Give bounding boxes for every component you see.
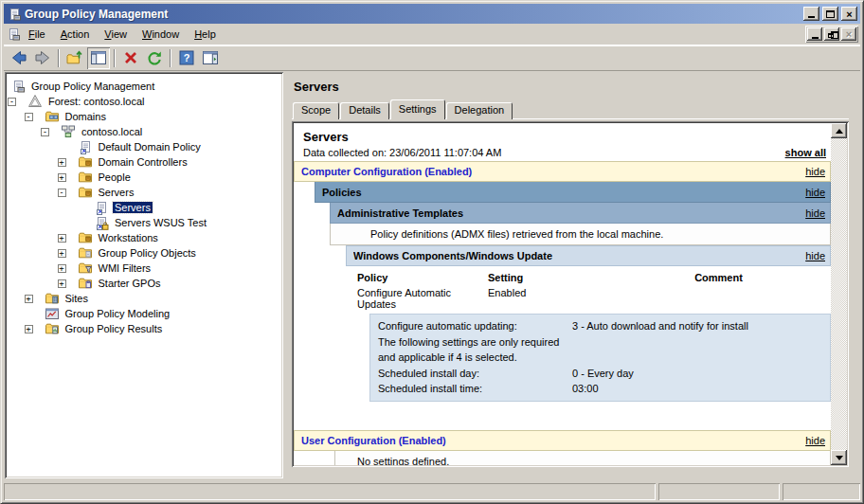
console-tree-toggle-button[interactable] <box>87 47 110 69</box>
tree-expander[interactable]: - <box>41 128 49 136</box>
setting-detail-row: The following settings are only required <box>370 334 830 351</box>
tree-expander[interactable]: + <box>58 264 66 273</box>
tree-item-contoso-local[interactable]: contoso.local <box>80 126 144 137</box>
tree-item-servers[interactable]: Servers <box>113 202 153 213</box>
tree-row: +Group Policy Results <box>5 321 283 336</box>
menu-file[interactable]: File <box>21 26 53 43</box>
tree-expander[interactable]: + <box>58 173 66 182</box>
tree-item-group-policy-objects[interactable]: Group Policy Objects <box>97 247 198 259</box>
tree-row: +Sites <box>5 291 283 306</box>
computer-configuration-hide-link[interactable]: hide <box>805 166 825 177</box>
setting-detail-label: The following settings are only required <box>378 336 572 348</box>
tab-delegation[interactable]: Delegation <box>446 102 513 119</box>
windows-update-hide-link[interactable]: hide <box>805 250 825 261</box>
tree-row: +People <box>5 170 283 185</box>
refresh-button[interactable] <box>143 47 166 69</box>
tree-expander[interactable]: + <box>58 234 66 243</box>
help-button[interactable]: ? <box>175 47 198 69</box>
admx-note-row: Policy definitions (ADMX files) retrieve… <box>330 224 831 245</box>
starter-gpos-icon <box>78 276 93 291</box>
tree-item-domains[interactable]: Domains <box>63 111 108 122</box>
menu-window[interactable]: Window <box>135 26 187 43</box>
data-collected-text: Data collected on: 23/06/2011 11:07:04 A… <box>303 147 785 158</box>
computer-configuration-title: Computer Configuration (Enabled) <box>301 166 805 177</box>
setting-detail-row: Configure automatic updating:3 - Auto do… <box>370 318 830 334</box>
tree-row: +WMI Filters <box>5 261 283 276</box>
delete-icon <box>121 48 140 67</box>
tree-expander[interactable]: + <box>58 249 66 258</box>
menu-items: FileActionViewWindowHelp <box>21 26 805 43</box>
child-minimize-button[interactable] <box>807 27 822 41</box>
tab-settings[interactable]: Settings <box>390 99 445 119</box>
tree-row: Group Policy Modeling <box>5 306 283 321</box>
gpo-link-icon <box>94 200 109 215</box>
tree-expander[interactable]: - <box>8 98 16 106</box>
user-configuration-section-bar: User Configuration (Enabled) hide <box>294 430 831 451</box>
menu-view[interactable]: View <box>97 26 135 43</box>
action-pane-toggle-button[interactable] <box>199 47 222 69</box>
tree-expander[interactable]: + <box>58 158 66 167</box>
tree-item-servers[interactable]: Servers <box>97 187 136 198</box>
tree-item-group-policy-results[interactable]: Group Policy Results <box>63 323 165 334</box>
child-restore-button[interactable] <box>824 27 839 41</box>
tree-item-servers-wsus-test[interactable]: Servers WSUS Test <box>113 217 208 228</box>
ou-folder-icon <box>78 230 93 245</box>
report-scrollbar[interactable] <box>831 123 847 465</box>
tree-item-people[interactable]: People <box>97 171 133 183</box>
tree-expander[interactable]: - <box>58 189 66 197</box>
console-tree-icon <box>89 48 108 67</box>
tree-item-forest-contoso-local[interactable]: Forest: contoso.local <box>46 96 147 107</box>
scroll-up-button[interactable] <box>831 123 847 138</box>
svg-text:?: ? <box>184 52 190 63</box>
setting-detail-label: Scheduled install day: <box>378 368 572 379</box>
setting-detail-label: and applicable if 4 is selected. <box>378 351 572 363</box>
tab-strip: Scope Details Settings Delegation <box>292 99 849 119</box>
tree-expander[interactable]: + <box>25 325 33 333</box>
back-button[interactable] <box>8 47 30 69</box>
tree-item-workstations[interactable]: Workstations <box>97 232 160 243</box>
windows-update-section-bar: Windows Components/Windows Update hide <box>346 245 831 266</box>
policy-table-row: Configure Automatic Updates Enabled <box>357 285 831 312</box>
policies-title: Policies <box>322 187 805 198</box>
user-configuration-hide-link[interactable]: hide <box>805 435 825 446</box>
policy-setting: Enabled <box>488 287 606 310</box>
policies-hide-link[interactable]: hide <box>805 187 825 198</box>
col-setting: Setting <box>488 272 606 283</box>
tree-expander[interactable]: + <box>58 279 66 288</box>
minimize-button[interactable] <box>803 7 819 21</box>
close-button[interactable]: × <box>841 7 857 21</box>
tree-item-default-domain-policy[interactable]: Default Domain Policy <box>97 141 203 153</box>
scroll-down-button[interactable] <box>831 450 847 465</box>
setting-detail-label: Scheduled install time: <box>378 383 572 394</box>
tree-item-group-policy-modeling[interactable]: Group Policy Modeling <box>63 308 172 319</box>
maximize-button[interactable] <box>822 7 838 21</box>
tree-item-group-policy-management[interactable]: Group Policy Management <box>29 81 156 92</box>
tab-scope[interactable]: Scope <box>293 102 339 119</box>
scrollbar-track[interactable] <box>831 138 847 450</box>
tree-item-starter-gpos[interactable]: Starter GPOs <box>97 278 163 289</box>
tab-details[interactable]: Details <box>340 102 389 119</box>
policy-comment <box>606 287 831 310</box>
tree-row: +Starter GPOs <box>5 276 283 291</box>
menu-action[interactable]: Action <box>53 26 98 43</box>
menu-help[interactable]: Help <box>187 26 224 43</box>
admin-templates-hide-link[interactable]: hide <box>805 207 825 219</box>
tree-item-wmi-filters[interactable]: WMI Filters <box>97 262 153 274</box>
policy-table-header: Policy Setting Comment <box>357 270 831 285</box>
col-comment: Comment <box>606 272 831 283</box>
tree-expander[interactable]: - <box>25 113 33 121</box>
forward-button[interactable] <box>31 47 54 69</box>
forward-icon <box>33 48 52 67</box>
report-title: Servers <box>294 128 831 146</box>
show-all-link[interactable]: show all <box>785 147 826 158</box>
tree-expander[interactable]: + <box>25 295 33 303</box>
tree-item-sites[interactable]: Sites <box>63 293 90 304</box>
child-close-button[interactable]: × <box>841 27 856 41</box>
up-one-level-button[interactable] <box>63 47 86 69</box>
gp-results-icon <box>45 321 60 336</box>
delete-button[interactable] <box>119 47 142 69</box>
tree-item-domain-controllers[interactable]: Domain Controllers <box>97 156 189 168</box>
policy-table: Policy Setting Comment Configure Automat… <box>357 266 831 402</box>
tree-row: Servers <box>5 200 283 215</box>
child-window-controls: × <box>805 26 858 43</box>
